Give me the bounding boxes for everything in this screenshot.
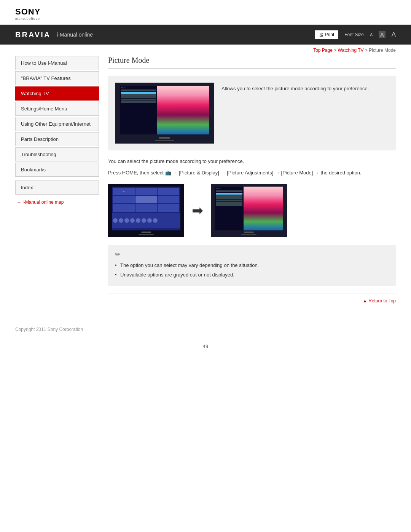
note-item-2: Unavailable options are grayed out or no… <box>115 271 389 279</box>
description-text: You can select the picture mode accordin… <box>108 157 396 166</box>
breadcrumb: Top Page > Watching TV > Picture Mode <box>0 45 411 56</box>
header: SONY make.believe <box>0 0 411 25</box>
step-arrow-icon: ➡ <box>192 203 203 219</box>
font-size-mid-button[interactable]: A <box>379 31 385 38</box>
tv-screen-display: Picture <box>115 83 214 144</box>
note-icon: ✏ <box>115 250 389 259</box>
content-area: Picture Mode Picture <box>108 56 396 307</box>
press-instruction: Press HOME, then select 📺 → [Picture & D… <box>108 169 396 177</box>
sidebar-item-troubleshooting[interactable]: Troubleshooting <box>15 147 99 161</box>
navbar-subtitle: i-Manual online <box>57 32 93 38</box>
sidebar-map-link[interactable]: i-Manual online map <box>15 199 99 205</box>
sidebar-item-bookmarks[interactable]: Bookmarks <box>15 163 99 177</box>
navbar: BRAVIA i-Manual online 🖨 Print Font Size… <box>0 25 411 45</box>
page-title: Picture Mode <box>108 56 396 69</box>
breadcrumb-watching-tv[interactable]: Watching TV <box>338 48 364 53</box>
print-icon: 🖨 <box>319 32 323 37</box>
breadcrumb-sep2: > <box>365 48 369 53</box>
sidebar-item-how-to-use[interactable]: How to Use i-Manual <box>15 56 99 70</box>
font-size-small-button[interactable]: A <box>370 32 373 37</box>
sidebar-item-index[interactable]: Index <box>15 181 99 195</box>
breadcrumb-current: Picture Mode <box>369 48 396 53</box>
copyright-text: Copyright 2011 Sony Corporation <box>15 327 83 332</box>
imanual-map-link[interactable]: i-Manual online map <box>17 200 64 205</box>
sidebar-item-parts[interactable]: Parts Description <box>15 132 99 146</box>
sidebar-item-other-equipment[interactable]: Using Other Equipment/Internet <box>15 117 99 131</box>
sidebar: How to Use i-Manual "BRAVIA" TV Features… <box>15 56 99 307</box>
return-to-top-link[interactable]: Return to Top <box>363 298 396 304</box>
font-size-label: Font Size <box>344 32 364 37</box>
font-size-large-button[interactable]: A <box>392 31 396 38</box>
sidebar-item-bravia-features[interactable]: "BRAVIA" TV Features <box>15 71 99 85</box>
return-to-top[interactable]: Return to Top <box>108 294 396 307</box>
intro-block: Picture <box>108 76 396 150</box>
main-layout: How to Use i-Manual "BRAVIA" TV Features… <box>0 56 411 319</box>
intro-screenshot: Picture <box>115 83 214 144</box>
steps-block: ➡ Picture <box>108 184 396 237</box>
note-item-1: The option you can select may vary depen… <box>115 262 389 270</box>
note-block: ✏ The option you can select may vary dep… <box>108 245 396 286</box>
sidebar-item-watching-tv[interactable]: Watching TV <box>15 86 99 101</box>
sony-logo: SONY make.believe <box>15 7 396 21</box>
print-button[interactable]: 🖨 Print <box>315 30 339 39</box>
breadcrumb-top-page[interactable]: Top Page <box>313 48 333 53</box>
intro-description: Allows you to select the picture mode ac… <box>221 83 369 144</box>
bravia-logo: BRAVIA <box>15 30 51 39</box>
footer: Copyright 2011 Sony Corporation <box>0 319 411 340</box>
breadcrumb-sep1: > <box>334 48 338 53</box>
sidebar-item-settings[interactable]: Settings/Home Menu <box>15 102 99 116</box>
page-number: 49 <box>0 340 411 353</box>
step-screenshot-after: Picture <box>211 184 287 237</box>
step-screenshot-before <box>108 184 184 237</box>
